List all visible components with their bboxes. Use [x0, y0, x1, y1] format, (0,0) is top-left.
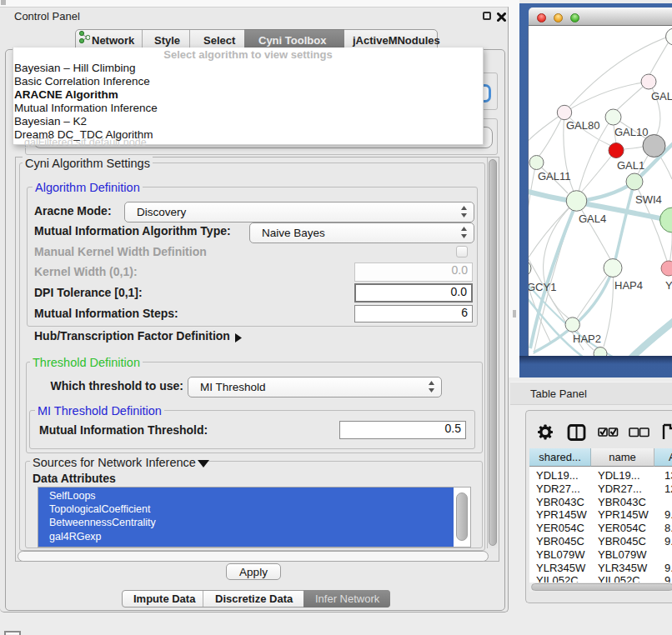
svg-text:HAP4: HAP4 — [614, 279, 643, 292]
svg-text:GAL10: GAL10 — [614, 126, 648, 138]
svg-text:GAL2: GAL2 — [651, 90, 672, 102]
svg-text:HAP2: HAP2 — [573, 332, 601, 345]
svg-text:GCY1: GCY1 — [529, 281, 556, 293]
svg-text:Y: Y — [665, 279, 672, 292]
svg-text:GAL80: GAL80 — [566, 119, 599, 132]
svg-text:SWI4: SWI4 — [635, 193, 662, 206]
svg-text:GAL4: GAL4 — [579, 212, 606, 225]
svg-text:GAL1: GAL1 — [617, 159, 644, 172]
svg-text:GAL11: GAL11 — [538, 170, 571, 182]
